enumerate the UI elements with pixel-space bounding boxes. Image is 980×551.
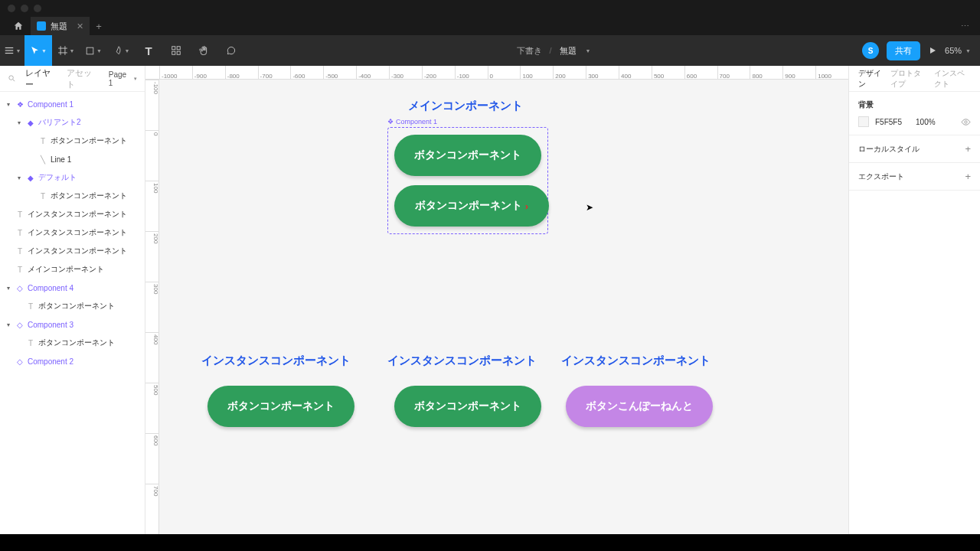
- resources-tool[interactable]: [162, 35, 190, 66]
- minimize-window-icon[interactable]: [21, 5, 28, 12]
- assets-tab[interactable]: アセット: [67, 67, 99, 90]
- chevron-right-icon: ›: [525, 201, 528, 212]
- layer-text[interactable]: Tボタンコンポーネント: [0, 297, 145, 315]
- file-tab[interactable]: 無題 ✕: [31, 17, 90, 35]
- close-window-icon[interactable]: [8, 5, 15, 12]
- file-title[interactable]: 無題: [560, 45, 577, 57]
- new-tab-button[interactable]: +: [90, 17, 108, 35]
- button-instance-2[interactable]: ボタンコンポーネント: [394, 386, 541, 427]
- move-tool[interactable]: ▼: [24, 35, 52, 66]
- svg-line-13: [13, 80, 15, 81]
- main-component-title[interactable]: メインコンポーネント: [408, 99, 523, 113]
- layers-list: ▾❖Component 1 ▾◆バリアント2 Tボタンコンポーネント ╲Line…: [0, 92, 145, 373]
- svg-rect-10: [172, 51, 175, 54]
- user-avatar[interactable]: S: [862, 42, 879, 59]
- toolbar-center: 下書き / 無題 ▼: [245, 45, 862, 57]
- shape-tool[interactable]: ▼: [80, 35, 107, 66]
- add-export-icon[interactable]: +: [965, 171, 971, 182]
- file-icon: [37, 21, 46, 31]
- tabbar: 無題 ✕ + ⋯: [0, 17, 980, 35]
- share-button[interactable]: 共有: [887, 41, 920, 60]
- chevron-down-icon[interactable]: ▼: [586, 48, 591, 54]
- vertical-ruler: -1000100200300400500600700: [145, 66, 159, 534]
- cursor-icon: ➤: [586, 202, 593, 213]
- toolbar: ▼ ▼ ▼ ▼ ▼ T 下書き / 無題 ▼ S 共有 65%: [0, 35, 980, 66]
- svg-rect-7: [87, 47, 93, 54]
- layer-text[interactable]: Tメインコンポーネント: [0, 260, 145, 279]
- home-tab[interactable]: [6, 17, 31, 35]
- page-selector[interactable]: Page 1 ▾: [109, 70, 137, 87]
- add-style-icon[interactable]: +: [965, 143, 971, 155]
- instance-title-1[interactable]: インスタンスコンポーネント: [201, 354, 351, 368]
- layer-text[interactable]: Tインスタンスコンポーネント: [0, 242, 145, 260]
- layer-component-set[interactable]: ▾❖Component 1: [0, 95, 145, 113]
- maximize-window-icon[interactable]: [34, 5, 41, 12]
- svg-rect-11: [177, 51, 180, 54]
- layer-component[interactable]: ◇Component 2: [0, 352, 145, 370]
- button-instance-1[interactable]: ボタンコンポーネント: [207, 386, 354, 427]
- bottom-bar: [0, 534, 980, 551]
- visibility-icon[interactable]: [961, 117, 971, 127]
- component-name-label[interactable]: ❖Component 1: [387, 118, 437, 126]
- layers-tab[interactable]: レイヤー: [25, 67, 57, 90]
- svg-rect-9: [177, 47, 180, 50]
- button-instance-3[interactable]: ボタンこんぽーねんと: [566, 386, 713, 427]
- svg-rect-2: [5, 53, 13, 54]
- search-icon[interactable]: [8, 74, 16, 83]
- frame-tool[interactable]: ▼: [52, 35, 80, 66]
- export-section[interactable]: エクスポート +: [849, 163, 980, 191]
- prototype-tab[interactable]: プロトタイプ: [890, 68, 927, 90]
- layer-variant[interactable]: ▾◆デフォルト: [0, 168, 145, 187]
- canvas-area[interactable]: -1000-900-800-700-600-500-400-300-200-10…: [145, 66, 848, 534]
- instance-title-3[interactable]: インスタンスコンポーネント: [561, 354, 710, 368]
- draft-label[interactable]: 下書き: [517, 45, 542, 57]
- mac-titlebar: [0, 0, 980, 17]
- svg-rect-0: [5, 47, 13, 48]
- right-panel: デザイン プロトタイプ インスペクト 背景 F5F5F5 100% ローカルスタ…: [848, 66, 980, 534]
- layer-text[interactable]: Tボタンコンポーネント: [0, 187, 145, 205]
- background-section: 背景 F5F5F5 100%: [849, 92, 980, 135]
- layer-component[interactable]: ▾◇Component 3: [0, 315, 145, 334]
- svg-point-12: [9, 76, 14, 80]
- layer-variant[interactable]: ▾◆バリアント2: [0, 113, 145, 132]
- text-tool[interactable]: T: [135, 35, 162, 66]
- layer-text[interactable]: Tボタンコンポーネント: [0, 334, 145, 352]
- background-opacity[interactable]: 100%: [916, 118, 936, 126]
- layer-line[interactable]: ╲Line 1: [0, 150, 145, 168]
- zoom-control[interactable]: 65% ▼: [945, 46, 971, 55]
- layer-component[interactable]: ▾◇Component 4: [0, 279, 145, 297]
- main-menu-button[interactable]: ▼: [0, 35, 24, 66]
- present-button[interactable]: [928, 46, 937, 55]
- left-panel: レイヤー アセット Page 1 ▾ ▾❖Component 1 ▾◆バリアント…: [0, 66, 145, 534]
- pen-tool[interactable]: ▼: [107, 35, 135, 66]
- local-styles-section[interactable]: ローカルスタイル +: [849, 135, 980, 163]
- zoom-label: 65%: [945, 46, 962, 55]
- window-menu-icon[interactable]: ⋯: [961, 21, 980, 31]
- svg-point-14: [965, 120, 967, 122]
- background-hex[interactable]: F5F5F5: [875, 118, 902, 126]
- comment-tool[interactable]: [217, 35, 245, 66]
- background-swatch[interactable]: [858, 116, 869, 127]
- close-tab-icon[interactable]: ✕: [77, 21, 83, 31]
- button-component-variant2[interactable]: ボタンコンポーネント ›: [394, 185, 549, 227]
- layer-text[interactable]: Tインスタンスコンポーネント: [0, 205, 145, 223]
- design-tab[interactable]: デザイン: [858, 68, 883, 90]
- instance-title-2[interactable]: インスタンスコンポーネント: [387, 354, 537, 368]
- svg-rect-8: [172, 47, 175, 50]
- svg-rect-1: [5, 50, 13, 51]
- hand-tool[interactable]: [190, 35, 217, 66]
- layer-text[interactable]: Tボタンコンポーネント: [0, 132, 145, 150]
- chevron-down-icon: ▼: [965, 48, 971, 54]
- background-title: 背景: [858, 99, 971, 110]
- horizontal-ruler: -1000-900-800-700-600-500-400-300-200-10…: [145, 66, 848, 80]
- button-component-default[interactable]: ボタンコンポーネント: [394, 135, 541, 176]
- layer-text[interactable]: Tインスタンスコンポーネント: [0, 223, 145, 242]
- inspect-tab[interactable]: インスペクト: [934, 68, 971, 90]
- file-tab-title: 無題: [51, 21, 67, 32]
